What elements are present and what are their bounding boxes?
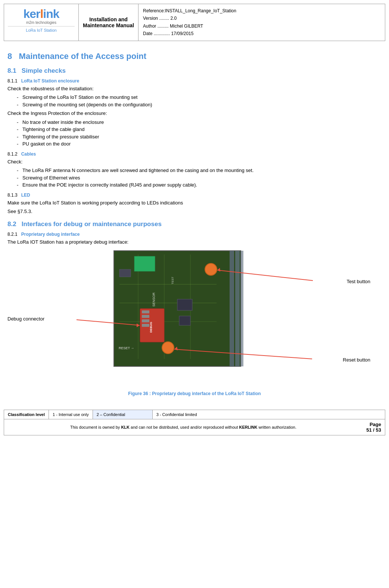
main-content: 8 Maintenance of the Access point 8.1 Si…	[0, 41, 389, 406]
svg-rect-18	[142, 324, 149, 327]
classification-label: Classification level	[4, 410, 49, 419]
list-item: Tightening of the pressure stabiliser	[22, 133, 382, 141]
list-item: No trace of water inside the enclosure	[22, 119, 382, 126]
footer-classification-row: Classification level 1 - Internal use on…	[4, 410, 385, 419]
footer-disclaimer: This document is owned by KLK and can no…	[8, 425, 359, 429]
section-8-2-1-title: Proprietary debug interface	[21, 232, 80, 237]
kerlink-logo: kerlink	[23, 8, 59, 20]
section-8-1-2-number: 8.1.2	[7, 151, 18, 157]
svg-rect-24	[119, 269, 131, 277]
reset-button-label: Reset button	[343, 357, 370, 363]
svg-rect-10	[134, 256, 155, 271]
page-value: 51 / 53	[359, 427, 381, 433]
enclosure-intro2: Check the Ingress Protection of the encl…	[7, 110, 382, 117]
section-8-1-heading: 8.1 Simple checks	[7, 67, 382, 75]
enclosure-intro: Check the robustness of the installation…	[7, 85, 382, 93]
section-8-1-3-number: 8.1.3	[7, 193, 18, 198]
svg-rect-16	[142, 315, 149, 318]
cables-intro: Check:	[7, 158, 382, 166]
logo-area: kerlink m2m technologies LoRa IoT Statio…	[4, 4, 79, 41]
svg-point-20	[162, 342, 174, 354]
svg-rect-1	[230, 251, 234, 366]
list-item: Screwing of the mounting set (depends on…	[22, 101, 382, 109]
enclosure-list-1: Screwing of the LoRa IoT Station on the …	[7, 94, 382, 108]
test-button-label: Test button	[346, 279, 370, 284]
header-info: Reference:INSTALL_Long_Range_IoT_Station…	[139, 4, 385, 41]
classification-option-1: 1 - Internal use only	[49, 410, 93, 419]
svg-rect-2	[235, 251, 240, 366]
lora-subtitle: LoRa IoT Station	[8, 26, 75, 32]
enclosure-list-2: No trace of water inside the enclosure T…	[7, 119, 382, 148]
svg-text:DEBUG: DEBUG	[149, 322, 153, 333]
page-label: Page	[359, 422, 381, 427]
svg-rect-15	[142, 310, 149, 313]
page-header: kerlink m2m technologies LoRa IoT Statio…	[4, 4, 385, 41]
section-8-1-2-row: 8.1.2 Cables	[7, 151, 382, 157]
section-8-2-1-row: 8.2.1 Proprietary debug interface	[7, 232, 382, 237]
list-item: Ensure that the POE injector is correctl…	[22, 181, 382, 189]
reference-line: Reference:INSTALL_Long_Range_IoT_Station	[143, 7, 380, 15]
section-8-heading: 8 Maintenance of the Access point	[7, 51, 382, 62]
figure-36-caption: Figure 36 : Proprietary debug interface …	[7, 391, 382, 396]
section-8-1-1-title: LoRa IoT Station enclosure	[21, 78, 79, 84]
m2m-tagline: m2m technologies	[26, 21, 56, 25]
svg-text:SENSOR: SENSOR	[152, 293, 156, 307]
section-8-1-3-title: LED	[21, 193, 30, 198]
svg-rect-17	[142, 319, 149, 322]
led-text1: Make sure the LoRa IoT Station is workin…	[7, 199, 382, 207]
section-8-1-1-number: 8.1.1	[7, 78, 18, 84]
debug-pcb-illustration: SENSOR TEST DEBUG RESET →	[7, 247, 381, 381]
section-8-2-1-number: 8.2.1	[7, 232, 18, 237]
page-footer: Classification level 1 - Internal use on…	[4, 410, 385, 435]
svg-rect-3	[240, 251, 243, 366]
debug-intro: The LoRa IOT Station has a proprietary d…	[7, 238, 382, 246]
svg-rect-23	[179, 316, 190, 325]
svg-point-19	[205, 263, 217, 275]
section-8-2-heading: 8.2 Interfaces for debug or maintenance …	[7, 220, 382, 228]
section-8-1-2-title: Cables	[21, 151, 36, 157]
list-item: Tightening of the cable gland	[22, 126, 382, 133]
section-8-1-3-row: 8.1.3 LED	[7, 193, 382, 198]
list-item: Screwing of the LoRa IoT Station on the …	[22, 94, 382, 101]
classification-option-3: 3 - Confidential limited	[153, 410, 201, 419]
version-line: Version ........ 2.0	[143, 15, 380, 22]
classification-option-2: 2 – Confidential	[93, 410, 153, 419]
date-line: Date ............. 17/09/2015	[143, 30, 380, 37]
page-number: Page 51 / 53	[359, 422, 381, 433]
list-item: PU gasket on the door	[22, 140, 382, 148]
debug-figure-wrapper: SENSOR TEST DEBUG RESET →	[7, 247, 382, 389]
led-text2: See §7.5.3.	[7, 208, 382, 215]
svg-rect-22	[177, 299, 192, 310]
manual-title: Installation and Maintenance Manual	[79, 4, 139, 41]
debug-connector-label: Debug connector	[7, 316, 44, 322]
svg-text:RESET →: RESET →	[119, 346, 134, 350]
list-item: Screwing of Ethernet wires	[22, 174, 382, 182]
cables-list: The LoRa RF antenna N connectors are wel…	[7, 167, 382, 189]
footer-disclaimer-row: This document is owned by KLK and can no…	[4, 419, 385, 435]
author-line: Author ......... Michel GILBERT	[143, 22, 380, 30]
list-item: The LoRa RF antenna N connectors are wel…	[22, 167, 382, 174]
section-8-1-1-row: 8.1.1 LoRa IoT Station enclosure	[7, 78, 382, 84]
svg-text:TEST: TEST	[171, 277, 174, 285]
